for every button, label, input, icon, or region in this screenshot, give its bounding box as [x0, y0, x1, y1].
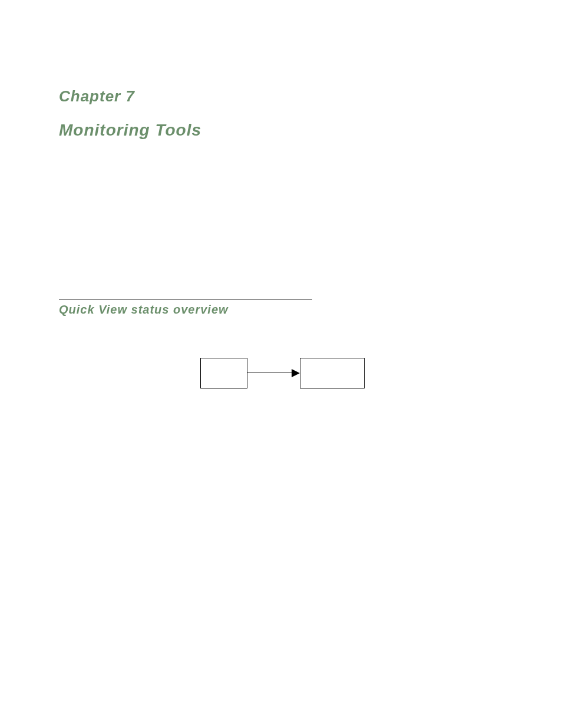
page: Chapter 7 Monitoring Tools Quick View st…: [0, 0, 562, 728]
diagram-box-right: [300, 358, 365, 388]
arrow-line-icon: [247, 373, 293, 373]
chapter-label: Chapter 7: [59, 87, 135, 106]
section-divider: [59, 299, 312, 299]
section-heading: Quick View status overview: [59, 303, 229, 317]
arrow-right-icon: [292, 369, 300, 377]
chapter-title: Monitoring Tools: [59, 121, 201, 140]
flow-diagram: [200, 358, 365, 390]
diagram-box-left: [200, 358, 247, 388]
